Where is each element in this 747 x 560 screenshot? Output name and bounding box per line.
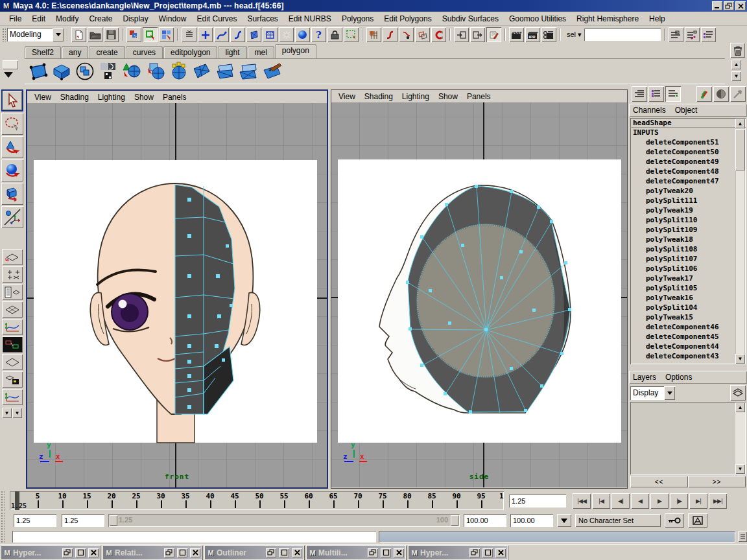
channel-item[interactable]: polyTweak16 [630,293,746,303]
menu-set-selector[interactable]: Modeling [7,28,64,41]
scale-tool-button[interactable] [1,183,23,205]
lattice-icon[interactable] [263,27,278,42]
auto-keyframe-icon[interactable] [688,513,707,528]
show-manipulator-tool-button[interactable] [1,206,23,228]
drag-handle[interactable] [0,490,5,511]
playback-end-field[interactable] [510,514,553,527]
persp-outliner-layout-button[interactable] [2,354,23,370]
shelf-scroll-up-icon[interactable]: ▲ [731,60,741,69]
channel-layout-1-icon[interactable] [632,86,647,102]
select-hierarchy-icon[interactable] [126,27,141,42]
scroll-down-icon[interactable]: ▼ [735,354,745,364]
attribute-editor-toggle-icon[interactable] [669,27,683,42]
shelf-tab[interactable]: light [218,46,246,58]
channel-item[interactable]: deleteComponent43 [630,351,746,361]
channel-item[interactable]: polySplit107 [630,254,746,264]
restore-icon[interactable] [164,548,174,557]
polygon-plane-icon[interactable] [246,27,261,42]
lock-icon[interactable] [327,27,342,42]
maximize-icon[interactable] [75,548,86,557]
menu-item[interactable]: Create [84,12,117,25]
open-scene-icon[interactable] [88,27,102,42]
channel-item[interactable]: polyTweak17 [630,274,746,283]
go-to-start-button[interactable]: |◀◀ [573,493,591,509]
four-pane-layout-button[interactable] [2,266,23,283]
triangulate-shelf-icon[interactable] [191,61,212,82]
channel-item[interactable]: deleteComponent44 [630,342,746,351]
channel-item[interactable]: deleteComponent51 [630,137,746,147]
outliner-persp-layout-button[interactable] [2,284,23,300]
menu-item[interactable]: Subdiv Surfaces [437,12,504,25]
menu-item[interactable]: Display [117,12,153,25]
channel-item[interactable]: deleteComponent47 [630,176,746,186]
channel-menu-item[interactable]: Object [675,106,698,115]
drag-handle[interactable] [0,511,5,530]
menu-item[interactable]: Edit NURBS [283,12,337,25]
layout-dropdown-left-icon[interactable]: ▼ [2,408,12,418]
layers-prev-button[interactable]: << [630,476,688,487]
sphere-primitive-icon[interactable] [295,27,310,42]
cv-curve-icon[interactable] [214,27,229,42]
wire-sphere-points-shelf-icon[interactable] [167,61,189,82]
viewport-menu-item[interactable]: Shading [360,91,397,102]
help-tool-icon[interactable]: ? [311,27,326,42]
shelf-tab[interactable]: polygon [275,44,316,58]
render-globals-icon[interactable] [541,27,556,42]
poly-bend-shelf-icon[interactable] [51,61,72,82]
chevron-down-icon[interactable] [664,386,675,400]
channel-item[interactable]: polySplit106 [630,264,746,274]
minimized-window[interactable]: M Hyper... [1,546,100,559]
snap-curve-icon[interactable] [383,27,397,42]
range-start-handle[interactable] [110,515,117,526]
circled-cubes-shelf-icon[interactable] [74,61,95,82]
minimized-window[interactable]: M Outliner [205,546,303,559]
smooth-proxy-shelf-icon[interactable] [121,61,142,82]
play-forward-button[interactable]: ▶ [650,493,669,509]
shelf-tab[interactable]: create [89,46,124,58]
range-end-handle[interactable] [451,515,458,526]
command-input[interactable] [12,531,376,542]
shelf-mini-tab[interactable] [3,60,18,69]
step-forward-frame-button[interactable]: |▶ [670,493,688,509]
single-pane-layout-button[interactable] [2,249,23,265]
channel-item[interactable]: polyTweak19 [630,205,746,215]
menu-item[interactable]: Edit Curves [191,12,242,25]
menu-item[interactable]: Modify [51,12,84,25]
poly-plane-shelf-icon[interactable] [27,61,49,82]
restore-icon[interactable] [266,548,276,557]
drag-handle[interactable] [0,530,5,543]
channel-item[interactable]: deleteComponent45 [630,332,746,342]
go-to-end-button[interactable]: ▶▶| [709,493,727,509]
viewport-menu-item[interactable]: Show [130,91,158,103]
time-slider-track[interactable]: 5 10 15 20 25 30 35 [10,491,504,510]
channel-item[interactable]: deleteComponent48 [630,167,746,176]
expand-icon[interactable] [182,27,196,42]
quadrangulate-shelf-icon[interactable] [214,61,235,82]
viewport-side-canvas[interactable]: y z x side [331,102,627,487]
save-scene-icon[interactable] [104,27,119,42]
menu-item[interactable]: Right Hemisphere [571,12,644,25]
channel-item[interactable]: polySplit111 [630,196,746,205]
channel-item[interactable]: polySplit110 [630,215,746,225]
tool-settings-toggle-icon[interactable] [685,27,700,42]
make-live-magnet-icon[interactable] [431,27,446,42]
channel-item[interactable]: polyTweak20 [630,186,746,196]
character-set-menu-icon[interactable] [557,514,571,527]
layers-menu-item[interactable]: Options [665,373,692,382]
script-paint-icon[interactable] [486,27,501,42]
viewport-front-canvas[interactable]: y z x front [27,103,327,487]
layer-scrollbar[interactable]: ▲ ▼ [735,402,745,474]
restore-button[interactable] [724,1,734,10]
snap-grid-icon[interactable] [366,27,381,42]
viewport-menu-item[interactable]: Lighting [397,91,434,102]
poly-reduce-shelf-icon[interactable] [144,61,165,82]
step-back-frame-button[interactable]: ◀| [611,493,630,509]
maximize-icon[interactable] [177,548,187,557]
shelf-tab[interactable]: editpolygon [163,46,217,58]
quick-select-input[interactable] [584,29,661,41]
plus-tool-icon[interactable] [198,27,213,42]
maximize-icon[interactable] [279,548,289,557]
menu-item[interactable]: Help [644,12,670,25]
channel-layout-3-icon[interactable] [665,86,681,102]
shelf-tab[interactable]: any [62,46,88,58]
